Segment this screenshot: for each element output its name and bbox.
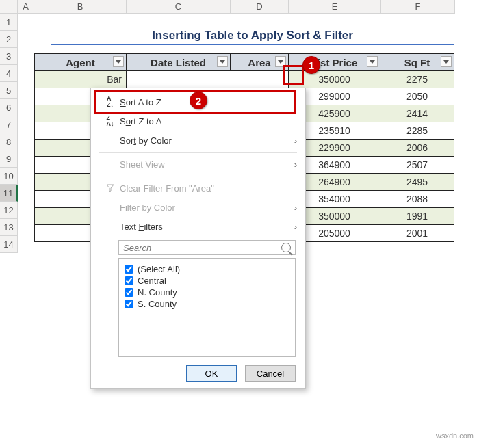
filter-dropdown-sqft[interactable] <box>441 56 452 67</box>
page-title: Inserting Table to Apply Sort & Filter <box>51 29 454 42</box>
col-header-B[interactable]: B <box>34 0 127 14</box>
ok-button[interactable]: OK <box>186 365 237 382</box>
filter-dropdown-date[interactable] <box>217 56 228 67</box>
cell-sqft[interactable]: 2001 <box>380 225 454 242</box>
filter-search-box[interactable] <box>118 240 296 255</box>
col-header-A[interactable]: A <box>18 0 34 14</box>
filter-checkbox[interactable] <box>125 276 133 285</box>
cell-price[interactable]: 350000 <box>289 71 380 88</box>
chevron-right-icon: › <box>294 222 297 232</box>
clear-filter-item: Clear Filter From "Area" <box>91 179 305 198</box>
title-underline <box>51 44 454 45</box>
sheet-view-item: Sheet View › <box>91 155 305 174</box>
row-header[interactable]: 1 <box>0 14 18 31</box>
cell-sqft[interactable]: 2006 <box>380 140 454 157</box>
header-date: Date Listed <box>127 54 231 71</box>
row-headers: 1 2 3 4 5 6 7 8 9 10 11 12 13 14 <box>0 14 18 253</box>
row-header[interactable]: 10 <box>0 168 18 185</box>
select-all-corner[interactable] <box>0 0 18 14</box>
filter-dropdown-price[interactable] <box>367 56 378 67</box>
filter-option[interactable]: (Select All) <box>125 264 289 274</box>
filter-search-input[interactable] <box>123 243 281 253</box>
row-header[interactable]: 6 <box>0 99 18 116</box>
table-row[interactable]: Bar3500002275 <box>35 71 454 88</box>
cell-sqft[interactable]: 2275 <box>380 71 454 88</box>
chevron-right-icon: › <box>294 159 297 170</box>
header-agent: Agent <box>35 54 127 71</box>
cell-sqft[interactable]: 2088 <box>380 191 454 208</box>
col-header-C[interactable]: C <box>127 0 231 14</box>
filter-menu: AZ↓ SSort A to Zort A to Z ZA↓ Sort Z to… <box>90 88 306 389</box>
row-header[interactable]: 11 <box>0 185 18 202</box>
filter-by-color-item: Filter by Color › <box>91 198 305 217</box>
header-area: Area <box>231 54 289 71</box>
annotation-badge-1: 1 <box>302 56 320 74</box>
column-headers: A B C D E F <box>0 0 455 14</box>
row-header[interactable]: 9 <box>0 150 18 168</box>
cell-sqft[interactable]: 2285 <box>380 122 454 140</box>
cell-agent[interactable]: Bar <box>35 71 127 88</box>
funnel-icon <box>106 184 114 192</box>
col-header-E[interactable]: E <box>289 0 381 14</box>
filter-checkbox[interactable] <box>125 300 133 308</box>
header-sqft: Sq Ft <box>380 54 454 71</box>
row-header[interactable]: 4 <box>0 65 18 82</box>
watermark: wsxdn.com <box>436 432 474 440</box>
chevron-right-icon: › <box>294 202 297 213</box>
row-header[interactable]: 13 <box>0 219 18 236</box>
filter-dropdown-agent[interactable] <box>113 56 124 67</box>
sort-az-icon: AZ↓ <box>107 96 114 108</box>
row-header[interactable]: 2 <box>0 31 18 48</box>
cancel-button[interactable]: Cancel <box>245 365 296 382</box>
cell-sqft[interactable]: 2414 <box>380 105 454 122</box>
col-header-F[interactable]: F <box>381 0 455 14</box>
row-header[interactable]: 7 <box>0 116 18 133</box>
cell-sqft[interactable]: 2507 <box>380 157 454 174</box>
row-header[interactable]: 12 <box>0 202 18 219</box>
filter-option[interactable]: S. County <box>125 299 289 309</box>
text-filters-item[interactable]: Text Filters › <box>91 217 305 236</box>
cell-sqft[interactable]: 2050 <box>380 88 454 105</box>
filter-option[interactable]: N. County <box>125 287 289 298</box>
row-header[interactable]: 8 <box>0 133 18 150</box>
cell-sqft[interactable]: 1991 <box>380 208 454 225</box>
sort-za-icon: ZA↓ <box>107 115 114 127</box>
cell-date <box>127 71 231 88</box>
col-header-D[interactable]: D <box>231 0 289 14</box>
sort-za-item[interactable]: ZA↓ Sort Z to A <box>91 111 305 131</box>
cell-sqft[interactable]: 2495 <box>380 174 454 191</box>
sort-by-color-item[interactable]: Sort by Color › <box>91 131 305 150</box>
row-header[interactable]: 3 <box>0 48 18 65</box>
filter-dropdown-area[interactable] <box>275 56 286 67</box>
search-icon <box>281 243 291 252</box>
row-header[interactable]: 14 <box>0 236 18 253</box>
filter-checkbox[interactable] <box>125 288 133 297</box>
annotation-badge-2: 2 <box>190 92 207 109</box>
row-header[interactable]: 5 <box>0 82 18 99</box>
chevron-right-icon: › <box>294 135 297 146</box>
cell-area <box>231 71 289 88</box>
filter-checkbox[interactable] <box>125 265 133 274</box>
filter-checklist: (Select All) Central N. County S. County <box>118 258 296 357</box>
filter-option[interactable]: Central <box>125 276 289 286</box>
